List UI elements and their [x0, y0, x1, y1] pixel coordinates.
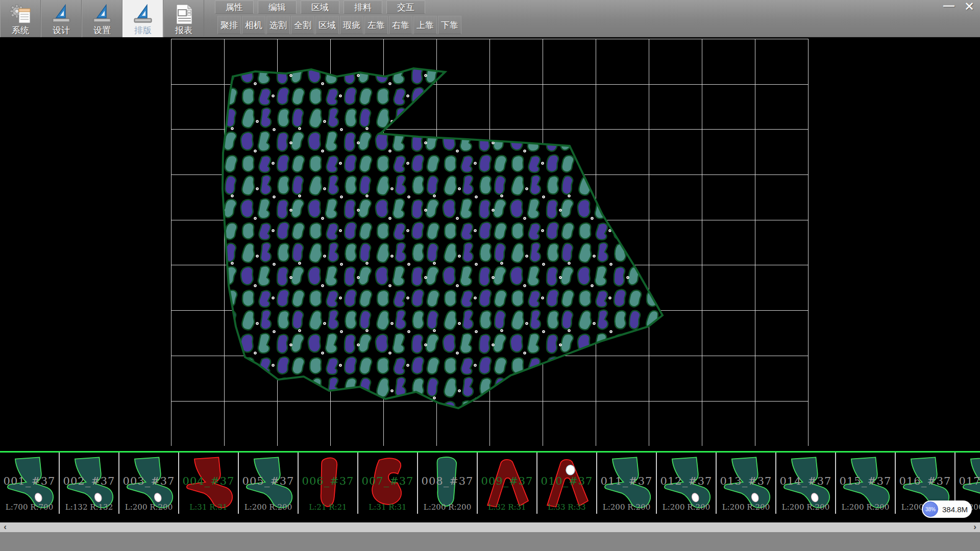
- menu-tab[interactable]: 编辑: [258, 1, 297, 14]
- part-shape-graphic: [659, 454, 714, 511]
- tool-button[interactable]: 左靠: [364, 16, 388, 34]
- system-gear-icon: [9, 3, 32, 26]
- menu-tab[interactable]: 交互: [386, 1, 425, 14]
- tool-button[interactable]: 下靠: [438, 16, 461, 34]
- tool-button[interactable]: 上靠: [413, 16, 437, 34]
- tool-button[interactable]: 聚排: [217, 16, 241, 34]
- part-shape-graphic: [121, 454, 177, 511]
- part-shape-graphic: [480, 454, 535, 511]
- tool-button[interactable]: 全割: [291, 16, 314, 34]
- main-button-4[interactable]: 排版: [122, 0, 163, 37]
- close-button[interactable]: ✕: [962, 0, 977, 13]
- part-shape-graphic: [62, 454, 117, 511]
- minimize-button[interactable]: —: [941, 0, 957, 11]
- application-window: 系统设计设置排版报表 属性编辑区域排料交互 聚排相机选割全割区域瑕疵左靠右靠上靠…: [0, 0, 980, 551]
- scroll-right-arrow-icon[interactable]: ›: [970, 522, 980, 532]
- menu-tab[interactable]: 区域: [301, 1, 339, 14]
- part-thumbnail[interactable]: 012_#37L:200 R:200: [657, 453, 717, 514]
- part-thumbnail[interactable]: 001_#37L:700 R:700: [0, 453, 60, 514]
- part-shape-graphic: [838, 454, 893, 511]
- main-button-1[interactable]: 系统: [0, 0, 41, 37]
- part-thumbnail[interactable]: 013_#37L:200 R:200: [717, 453, 776, 514]
- tool-button-row: 聚排相机选割全割区域瑕疵左靠右靠上靠下靠: [217, 16, 461, 35]
- part-thumbnail[interactable]: 007_#37L:31 R:31: [358, 453, 418, 514]
- part-shape-graphic: [241, 454, 296, 511]
- part-shape-graphic: [719, 454, 774, 511]
- nesting-ruler-icon: [131, 3, 155, 26]
- main-button-5[interactable]: 报表: [163, 0, 204, 37]
- settings-ruler-icon: [90, 3, 114, 26]
- menu-tab-row: 属性编辑区域排料交互: [215, 1, 425, 14]
- window-controls: — ✕: [941, 0, 977, 13]
- main-toolbar-buttons: 系统设计设置排版报表: [0, 0, 204, 37]
- part-shape-graphic: [301, 454, 356, 511]
- horizontal-scrollbar[interactable]: ‹ ›: [0, 522, 980, 532]
- tool-button[interactable]: 区域: [315, 16, 339, 34]
- menu-tab[interactable]: 属性: [215, 1, 254, 14]
- design-ruler-icon: [50, 3, 73, 26]
- nested-hide-graphic[interactable]: [171, 39, 808, 446]
- canvas-area[interactable]: [0, 38, 980, 451]
- part-thumbnail[interactable]: 003_#37L:200 R:200: [119, 453, 179, 514]
- part-thumbnail[interactable]: 014_#37L:200 R:200: [776, 453, 836, 514]
- toolbar: 系统设计设置排版报表 属性编辑区域排料交互 聚排相机选割全割区域瑕疵左靠右靠上靠…: [0, 0, 980, 37]
- memory-percent-indicator: 38%: [923, 502, 938, 517]
- main-button-label: 系统: [12, 26, 29, 36]
- footer-bar: [0, 532, 980, 551]
- part-thumbnail[interactable]: 006_#37L:21 R:21: [299, 453, 358, 514]
- memory-usage-badge: 38% 384.8M: [922, 500, 972, 518]
- part-thumbnail[interactable]: 015_#37L:200 R:200: [836, 453, 896, 514]
- main-button-label: 设计: [53, 26, 70, 36]
- main-button-label: 排版: [134, 26, 152, 36]
- main-button-3[interactable]: 设置: [82, 0, 122, 37]
- part-thumbnail[interactable]: 008_#37L:200 R:200: [418, 453, 478, 514]
- part-thumbnail[interactable]: 005_#37L:200 R:200: [239, 453, 299, 514]
- part-shape-graphic: [181, 454, 236, 511]
- part-thumbnail[interactable]: 010_#37L:33 R:33: [537, 453, 597, 514]
- part-thumbnail[interactable]: 004_#37L:31 R:31: [179, 453, 239, 514]
- leather-hide-outline: [223, 68, 663, 408]
- tool-button[interactable]: 选割: [266, 16, 290, 34]
- memory-amount-label: 384.8M: [938, 505, 972, 514]
- part-thumbnail[interactable]: 002_#37L:132 R:132: [60, 453, 119, 514]
- tool-button[interactable]: 瑕疵: [340, 16, 363, 34]
- part-shape-graphic: [2, 454, 57, 511]
- tool-button[interactable]: 相机: [242, 16, 265, 34]
- scroll-left-arrow-icon[interactable]: ‹: [0, 522, 10, 532]
- part-shape-graphic: [778, 454, 834, 511]
- report-document-icon: [172, 3, 195, 26]
- part-shape-graphic: [540, 454, 595, 511]
- part-thumbnail[interactable]: 009_#37L:32 R:31: [478, 453, 537, 514]
- main-button-2[interactable]: 设计: [41, 0, 82, 37]
- tool-button[interactable]: 右靠: [389, 16, 412, 34]
- main-button-label: 报表: [175, 26, 192, 36]
- part-shape-graphic: [420, 454, 475, 511]
- part-shape-graphic: [599, 454, 654, 511]
- menu-tab[interactable]: 排料: [344, 1, 382, 14]
- part-shape-graphic: [360, 454, 415, 511]
- parts-strip: 001_#37L:700 R:700002_#37L:132 R:132003_…: [0, 451, 980, 514]
- main-button-label: 设置: [93, 26, 111, 36]
- part-thumbnail[interactable]: 011_#37L:200 R:200: [597, 453, 657, 514]
